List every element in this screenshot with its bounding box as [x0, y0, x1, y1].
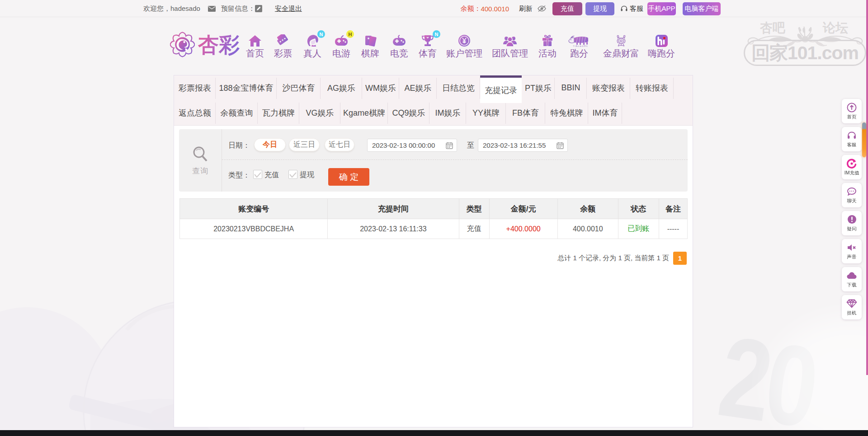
- query-column: 查询: [179, 129, 222, 192]
- team-people-icon: [502, 35, 518, 47]
- service-headset-icon[interactable]: [620, 5, 628, 12]
- quick-7days-pill[interactable]: 近七日: [325, 138, 354, 151]
- to-label: 至: [467, 141, 474, 150]
- edit-icon[interactable]: [255, 5, 262, 12]
- tab-caipiao-baobiao[interactable]: 彩票报表: [174, 75, 216, 100]
- service-label[interactable]: 客服: [630, 5, 643, 13]
- tab-zhuanzhang[interactable]: 转账报表: [630, 75, 674, 100]
- tab-fandian[interactable]: 返点总额: [174, 100, 216, 125]
- sidebar-item-question[interactable]: 疑问: [842, 211, 862, 235]
- hi-logo-icon: [656, 35, 668, 47]
- table-row: 20230213VBBDCBEJHA 2023-02-13 16:11:33 充…: [180, 219, 688, 239]
- tab-kgame[interactable]: Kgame棋牌: [340, 100, 388, 125]
- tab-rijie[interactable]: 日结总览: [437, 75, 480, 100]
- sidebar-item-service[interactable]: 客服: [842, 127, 862, 151]
- refresh-link[interactable]: 刷新: [519, 5, 533, 13]
- date-to-value[interactable]: [478, 141, 551, 149]
- nav-item-team[interactable]: 团队管理: [491, 33, 529, 58]
- sidebar-item-im-recharge[interactable]: IM充值: [842, 155, 862, 179]
- tab-row-2: 返点总额 余额查询 瓦力棋牌 VG娱乐 Kgame棋牌 CQ9娱乐 IM娱乐 Y…: [174, 100, 693, 125]
- cloud-download-icon: [846, 272, 857, 280]
- col-header-id: 账变编号: [180, 199, 328, 219]
- lottery-ticket-icon: [276, 34, 290, 47]
- custom-scrollbar-thumb[interactable]: [862, 122, 866, 157]
- custom-scrollbar-track[interactable]: [866, 0, 868, 375]
- live-person-icon: [306, 34, 319, 47]
- submit-button[interactable]: 确 定: [328, 168, 369, 186]
- sidebar-item-chat[interactable]: 聊天: [842, 183, 862, 207]
- im-recharge-icon: [847, 159, 857, 169]
- tab-tetu[interactable]: 特兔棋牌: [545, 100, 588, 125]
- tab-wm[interactable]: WM娱乐: [362, 75, 399, 100]
- records-table: 账变编号 充提时间 类型 金额/元 余额 状态 备注 20230213VBBDC…: [179, 198, 688, 239]
- gem-icon: [846, 299, 857, 308]
- date-label: 日期：: [228, 141, 250, 150]
- withdraw-button[interactable]: 提现: [585, 2, 614, 15]
- tab-strip: 彩票报表 188金宝博体育 沙巴体育 AG娱乐 WM娱乐 AE娱乐 日结总览 充…: [174, 75, 693, 126]
- tab-chongti-jilu[interactable]: 充提记录: [480, 75, 522, 103]
- rhino-icon: 之.跑分专业平台: [567, 35, 591, 47]
- tab-im-yule[interactable]: IM娱乐: [429, 100, 466, 125]
- tab-ae[interactable]: AE娱乐: [399, 75, 437, 100]
- tab-shaba-sports[interactable]: 沙巴体育: [277, 75, 321, 100]
- tab-vg[interactable]: VG娱乐: [299, 100, 340, 125]
- nav-item-hipaofen[interactable]: 嗨跑分: [642, 33, 680, 58]
- deposit-checkbox-label[interactable]: 充值: [264, 170, 279, 180]
- deposit-checkbox[interactable]: [253, 170, 262, 179]
- site-header: 杏彩 首页 彩票 N 真人 H 电游 棋牌 电竞 N 体育 账户管理 团队管理 …: [0, 17, 868, 75]
- type-label: 类型：: [228, 171, 250, 180]
- balance-value: 400.0010: [481, 5, 509, 13]
- mobile-app-button[interactable]: 手机APP: [647, 2, 676, 15]
- cell-time: 2023-02-13 16:11:33: [328, 219, 459, 239]
- filter-panel: 查询 日期： 今日 近三日 近七日 至 类型： 充值 提现 确 定: [179, 129, 688, 192]
- nav-item-jinding[interactable]: 金鼎财富: [602, 33, 640, 58]
- cell-type: 充值: [459, 219, 489, 239]
- page-1-button[interactable]: 1: [673, 252, 687, 265]
- withdraw-checkbox[interactable]: [288, 170, 297, 179]
- calendar-icon[interactable]: [557, 142, 564, 149]
- tab-cq9[interactable]: CQ9娱乐: [388, 100, 429, 125]
- tab-fb[interactable]: FB体育: [506, 100, 545, 125]
- date-from-input[interactable]: [367, 139, 457, 152]
- withdraw-checkbox-label[interactable]: 提现: [300, 170, 314, 180]
- eye-slash-icon[interactable]: [537, 5, 547, 12]
- calendar-icon[interactable]: [446, 142, 453, 149]
- chat-bubble-icon: [847, 187, 857, 196]
- sidebar-item-download[interactable]: 下载: [842, 267, 862, 291]
- sidebar-item-home[interactable]: 首页: [842, 99, 862, 123]
- topbar: 欢迎您，hadesado 预留信息： 安全退出 余额： 400.0010 刷新 …: [0, 0, 868, 17]
- main-panel: 彩票报表 188金宝博体育 沙巴体育 AG娱乐 WM娱乐 AE娱乐 日结总览 充…: [174, 75, 693, 427]
- sidebar-item-hangup[interactable]: 挂机: [842, 295, 862, 319]
- nav-item-account[interactable]: 账户管理: [445, 33, 483, 58]
- message-envelope-icon[interactable]: [208, 6, 216, 12]
- quick-3days-pill[interactable]: 近三日: [289, 138, 320, 151]
- tab-wali[interactable]: 瓦力棋牌: [258, 100, 299, 125]
- tab-pt[interactable]: PT娱乐: [522, 75, 555, 100]
- logout-link[interactable]: 安全退出: [275, 5, 302, 13]
- col-header-time: 充提时间: [328, 199, 459, 219]
- rhino-subtext: 之.跑分专业平台: [573, 45, 588, 47]
- nav-item-sports[interactable]: N 体育: [409, 33, 447, 58]
- tab-188-sports[interactable]: 188金宝博体育: [216, 75, 277, 100]
- date-to-input[interactable]: [478, 139, 568, 152]
- speaker-mute-icon: [847, 243, 857, 252]
- sidebar-item-sound[interactable]: 声音: [842, 239, 862, 263]
- col-header-type: 类型: [459, 199, 489, 219]
- pagination: 总计 1 个记录, 分为 1 页, 当前第 1 页 1: [557, 252, 687, 265]
- tab-yy[interactable]: YY棋牌: [466, 100, 506, 125]
- quick-today-pill[interactable]: 今日: [254, 138, 286, 151]
- tab-zhangbian[interactable]: 账变报表: [587, 75, 630, 100]
- nav-item-paofen[interactable]: 之.跑分专业平台 跑分: [560, 33, 598, 58]
- tab-yue-chaxun[interactable]: 余额查询: [216, 100, 258, 125]
- table-header-row: 账变编号 充提时间 类型 金额/元 余额 状态 备注: [180, 199, 688, 219]
- date-from-value[interactable]: [368, 141, 440, 149]
- tab-ag[interactable]: AG娱乐: [321, 75, 362, 100]
- tab-bbin[interactable]: BBIN: [555, 75, 587, 100]
- arrow-up-circle-icon: [847, 103, 857, 113]
- cell-id: 20230213VBBDCBEJHA: [180, 219, 328, 239]
- tab-im-tiyu[interactable]: IM体育: [588, 100, 622, 125]
- logo-flower-icon: [170, 30, 195, 59]
- deposit-button[interactable]: 充值: [552, 2, 582, 15]
- pc-client-button[interactable]: 电脑客户端: [683, 2, 721, 15]
- site-logo[interactable]: 杏彩: [170, 30, 240, 59]
